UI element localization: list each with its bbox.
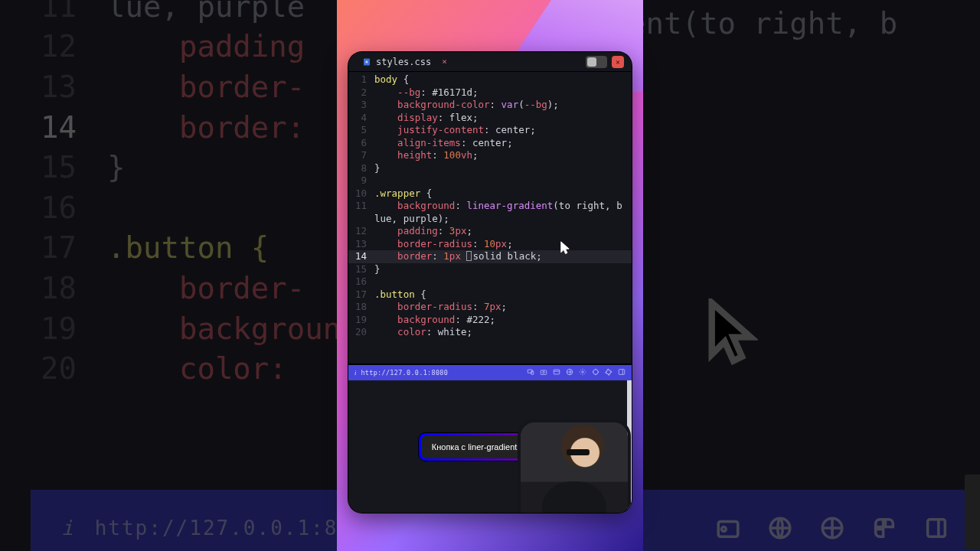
bg-browser-icons — [715, 515, 949, 541]
bg-scrollbar-thumb — [965, 474, 980, 549]
svg-rect-11 — [554, 370, 560, 374]
code-line[interactable]: 20 color: white; — [348, 326, 632, 339]
webcam-overlay — [521, 422, 628, 513]
tab-close-icon[interactable]: × — [442, 57, 447, 67]
bg-cursor-icon — [704, 298, 758, 367]
line-number: 17 — [348, 289, 374, 302]
bg-info-icon: i — [61, 517, 75, 540]
screenshot-icon[interactable] — [540, 368, 547, 377]
target-icon[interactable] — [592, 368, 599, 377]
svg-point-3 — [822, 518, 842, 538]
line-number: 5 — [348, 124, 374, 137]
line-number: 18 — [348, 301, 374, 314]
line-number: 8 — [348, 162, 374, 175]
code-line[interactable]: 17.button { — [348, 289, 632, 302]
window-controls — [586, 56, 624, 68]
code-line[interactable]: 12 padding: 3px; — [348, 225, 632, 238]
code-line[interactable]: 4 display: flex; — [348, 112, 632, 125]
svg-point-10 — [543, 371, 545, 373]
code-line[interactable]: 10.wrapper { — [348, 187, 632, 201]
network-icon[interactable] — [566, 368, 573, 377]
code-line[interactable]: 18 border-radius: 7px; — [348, 301, 632, 314]
svg-point-1 — [722, 527, 727, 532]
window-close-button[interactable] — [612, 56, 624, 68]
extensions-icon[interactable] — [605, 368, 612, 377]
line-number: 10 — [348, 187, 374, 201]
line-number: 19 — [348, 314, 374, 327]
code-line[interactable]: 7 height: 100vh; — [348, 149, 632, 162]
line-number: 20 — [348, 326, 374, 339]
browser-urlbar: i http://127.0.0.1:8080 — [348, 365, 632, 380]
tab-filename: styles.css — [376, 57, 431, 67]
svg-point-14 — [593, 370, 599, 375]
browser-toolbar-icons — [527, 368, 626, 377]
line-number: 15 — [348, 263, 374, 276]
line-number: 2 — [348, 86, 374, 99]
code-line[interactable]: 13 border-radius: 10px; — [348, 238, 632, 251]
css-file-icon: # — [362, 57, 371, 67]
svg-point-13 — [582, 371, 584, 373]
code-line[interactable]: 3 background-color: var(--bg); — [348, 99, 632, 112]
settings-gear-icon[interactable] — [579, 368, 586, 377]
line-number: 14 — [348, 250, 374, 263]
code-line[interactable]: 9 — [348, 174, 632, 187]
svg-point-2 — [770, 518, 790, 538]
code-line[interactable]: 19 background: #222; — [348, 314, 632, 327]
code-area[interactable]: 1body {2 --bg: #16171d;3 background-colo… — [348, 72, 632, 364]
devices-icon[interactable] — [527, 368, 534, 377]
page-info-icon[interactable]: i — [354, 369, 356, 377]
code-line[interactable]: lue, purple); — [348, 213, 632, 226]
code-line[interactable]: 8} — [348, 162, 632, 175]
dock-right-icon[interactable] — [618, 368, 626, 377]
svg-rect-9 — [541, 370, 547, 374]
line-number: 9 — [348, 174, 374, 187]
line-number: 6 — [348, 137, 374, 150]
toggle-button[interactable] — [586, 56, 607, 68]
line-number: 7 — [348, 149, 374, 162]
code-line[interactable]: 16 — [348, 276, 632, 289]
code-line[interactable]: 5 justify-content: center; — [348, 124, 632, 137]
code-line[interactable]: 2 --bg: #16171d; — [348, 86, 632, 99]
text-caret — [466, 251, 472, 261]
line-number: 12 — [348, 225, 374, 238]
bg-url: http://127.0.0.1:8080 — [95, 517, 379, 540]
svg-rect-15 — [619, 370, 625, 375]
editor-tabbar: # styles.css × — [348, 52, 632, 72]
code-line[interactable]: 6 align-items: center; — [348, 137, 632, 150]
code-editor[interactable]: # styles.css × 1body {2 --bg: #16171d;3 … — [348, 52, 632, 364]
svg-text:#: # — [366, 60, 368, 64]
code-line[interactable]: 11 background: linear-gradient(to right,… — [348, 200, 632, 213]
central-panel: # styles.css × 1body {2 --bg: #16171d;3 … — [348, 52, 632, 513]
line-number: 13 — [348, 238, 374, 251]
svg-rect-0 — [718, 522, 738, 537]
tab-styles-css[interactable]: # styles.css × — [356, 55, 453, 69]
line-number: 4 — [348, 112, 374, 125]
line-number — [348, 213, 374, 226]
line-number: 11 — [348, 200, 374, 213]
line-number: 1 — [348, 73, 374, 86]
line-number: 3 — [348, 99, 374, 112]
code-line[interactable]: 14 border: 1px solid black; — [348, 250, 632, 263]
url-text[interactable]: http://127.0.0.1:8080 — [361, 369, 448, 377]
panel-icon[interactable] — [553, 368, 560, 377]
code-line[interactable]: 15} — [348, 263, 632, 276]
line-number: 16 — [348, 276, 374, 289]
svg-rect-7 — [528, 370, 532, 373]
svg-rect-4 — [928, 520, 946, 537]
code-line[interactable]: 1body { — [348, 73, 632, 86]
